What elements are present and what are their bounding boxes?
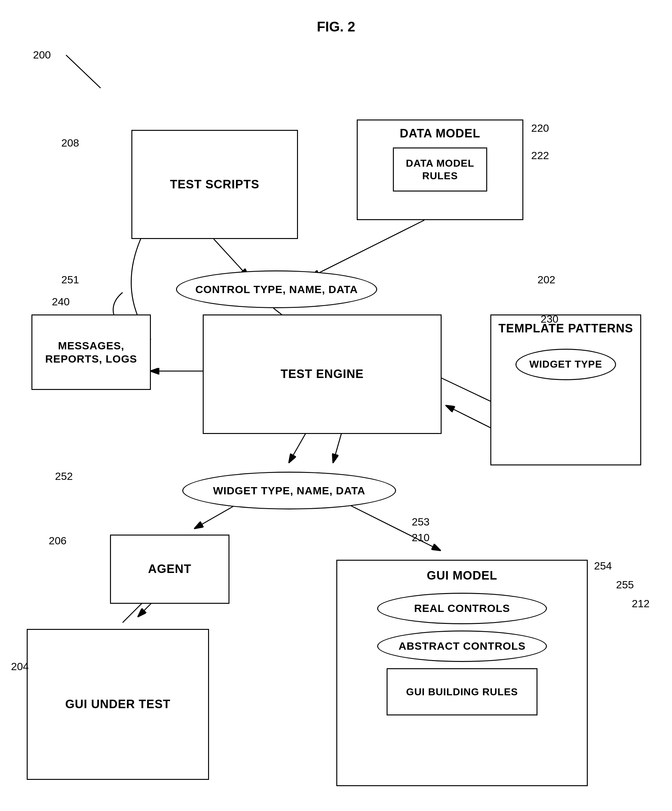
figure-title: FIG. 2 (0, 19, 672, 35)
svg-line-11 (195, 503, 239, 528)
ref-200: 200 (33, 49, 51, 61)
ref-220: 220 (531, 122, 549, 134)
gui-model-box: GUI MODEL REAL CONTROLS ABSTRACT CONTROL… (336, 560, 588, 786)
widget-type-name-data-oval: WIDGET TYPE, NAME, DATA (182, 472, 396, 509)
ref-251: 251 (61, 273, 79, 286)
test-engine-box: TEST ENGINE (203, 314, 442, 434)
ref-202: 202 (537, 273, 555, 286)
control-type-oval: CONTROL TYPE, NAME, DATA (176, 270, 377, 308)
ref-253: 253 (412, 516, 430, 528)
ref-254: 254 (594, 560, 612, 572)
abstract-controls-oval: ABSTRACT CONTROLS (377, 631, 547, 662)
real-controls-oval: REAL CONTROLS (377, 593, 547, 624)
agent-box: AGENT (110, 534, 229, 604)
ref-206: 206 (49, 534, 67, 547)
data-model-rules-box: DATA MODEL RULES (393, 148, 487, 192)
messages-reports-logs-box: MESSAGES, REPORTS, LOGS (31, 314, 151, 390)
template-patterns-box: TEMPLATE PATTERNS WIDGET TYPE (490, 314, 641, 465)
svg-line-3 (214, 239, 248, 277)
gui-under-test-box: GUI UNDER TEST (27, 629, 209, 780)
ref-252: 252 (55, 470, 73, 482)
data-model-box: DATA MODEL DATA MODEL RULES (357, 119, 523, 220)
ref-230: 230 (541, 313, 559, 325)
ref-210: 210 (412, 531, 430, 544)
gui-building-rules-box: GUI BUILDING RULES (387, 668, 537, 715)
widget-type-oval: WIDGET TYPE (515, 349, 616, 380)
svg-line-2 (66, 55, 101, 88)
ref-212: 212 (632, 597, 650, 610)
test-scripts-box: TEST SCRIPTS (131, 130, 298, 239)
ref-240: 240 (52, 295, 70, 308)
ref-208: 208 (61, 137, 79, 149)
svg-line-4 (311, 220, 424, 277)
ref-222: 222 (531, 149, 549, 162)
ref-255: 255 (616, 579, 634, 591)
ref-204: 204 (11, 660, 29, 673)
